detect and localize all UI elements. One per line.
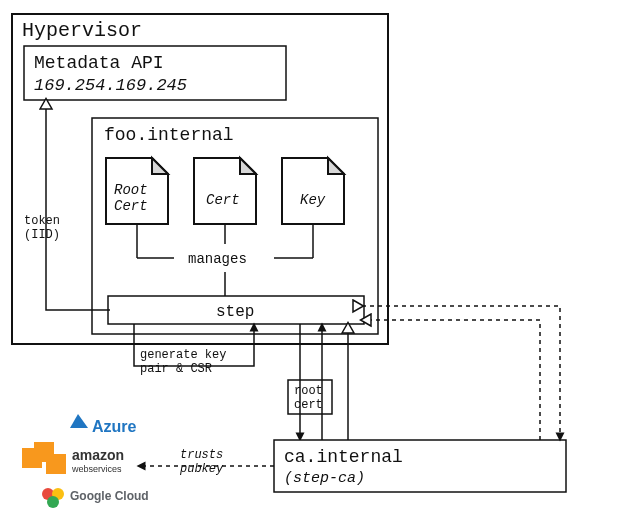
ca-subtitle: (step-ca) (284, 470, 365, 487)
metadata-title: Metadata API (34, 53, 164, 73)
metadata-ip: 169.254.169.245 (34, 76, 187, 95)
dotted-step-ca-down (362, 306, 560, 440)
doc-key: Key (282, 158, 344, 224)
hypervisor-title: Hypervisor (22, 19, 142, 42)
generate-label-1: generate key (140, 348, 226, 362)
aws-logo: amazon webservices (22, 442, 124, 474)
doc-key-label: Key (300, 192, 326, 208)
aws-label-2: webservices (71, 464, 122, 474)
root-cert-edge-l2: cert (294, 398, 323, 412)
svg-point-11 (47, 496, 59, 508)
azure-logo: Azure (70, 414, 137, 435)
root-cert-edge-l1: root (294, 384, 323, 398)
step-label: step (216, 303, 254, 321)
ca-title: ca.internal (284, 447, 403, 467)
manages-label: manages (188, 251, 247, 267)
token-label-1: token (24, 214, 60, 228)
doc-root-cert-label-1: Root (114, 182, 148, 198)
aws-label-1: amazon (72, 447, 124, 463)
doc-root-cert: Root Cert (106, 158, 168, 224)
gcp-label: Google Cloud (70, 489, 149, 503)
azure-label: Azure (92, 418, 137, 435)
svg-rect-8 (46, 454, 66, 474)
doc-cert-label: Cert (206, 192, 240, 208)
doc-cert: Cert (194, 158, 256, 224)
generate-label-2: pair & CSR (140, 362, 212, 376)
token-label-2: (IID) (24, 228, 60, 242)
vm-title: foo.internal (104, 125, 234, 145)
gcp-logo: Google Cloud (42, 488, 149, 508)
doc-root-cert-label-2: Cert (114, 198, 148, 214)
trusts-label-2: pubkey (179, 462, 224, 476)
trusts-label-1: trusts (180, 448, 223, 462)
